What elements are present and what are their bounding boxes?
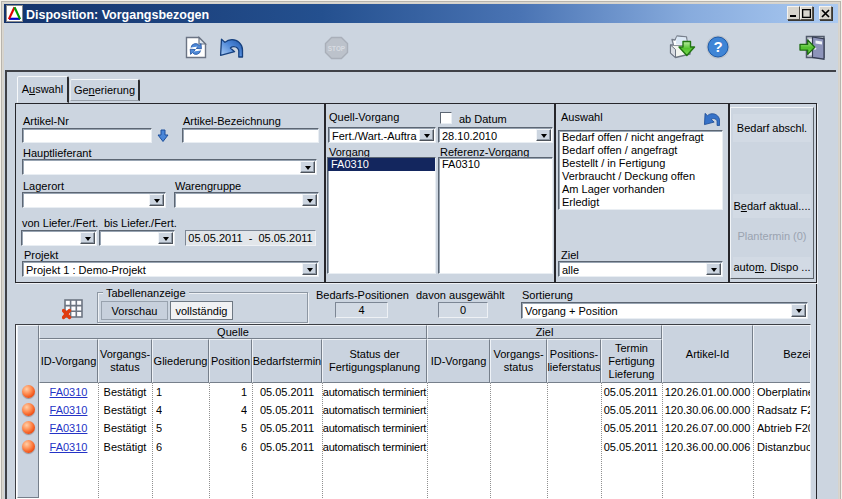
svg-text:?: ? bbox=[713, 38, 722, 55]
svg-text:STOP: STOP bbox=[328, 45, 346, 52]
